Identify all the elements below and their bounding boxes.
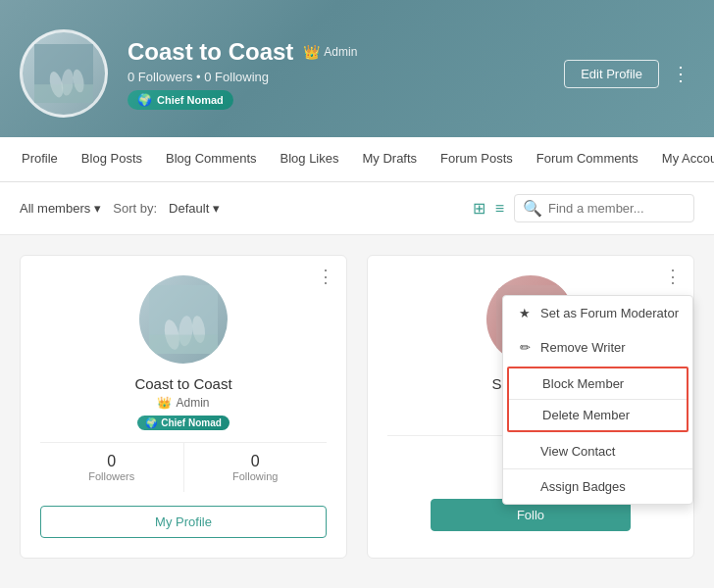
tab-profile[interactable]: Profile xyxy=(10,137,70,181)
header-profile-info: Coast to Coast 👑 Admin 0 Followers • 0 F… xyxy=(128,38,564,110)
tab-my-drafts[interactable]: My Drafts xyxy=(350,137,429,181)
member-card-coast: ⋮ Coast to Coast 👑 Admin 🌍 Chief Nomad 0… xyxy=(20,255,347,559)
sort-label: Sort by: xyxy=(113,201,157,216)
tab-forum-posts[interactable]: Forum Posts xyxy=(429,137,525,181)
tab-blog-posts[interactable]: Blog Posts xyxy=(70,137,154,181)
grid-view-button[interactable]: ⊞ xyxy=(471,197,487,220)
member-card-sarah: ⋮ Sarah Fre... ✏ Wr... 0 Followers Follo xyxy=(367,255,694,559)
header-badge: 🌍 Chief Nomad xyxy=(128,90,233,110)
header-more-button[interactable]: ⋮ xyxy=(667,58,694,89)
context-menu: ★ Set as Forum Moderator ✏ Remove Writer… xyxy=(502,295,693,505)
search-input[interactable] xyxy=(548,201,686,216)
card-menu-button-sarah[interactable]: ⋮ xyxy=(664,268,682,285)
tab-my-account[interactable]: My Account xyxy=(650,137,714,181)
context-menu-item-set-moderator[interactable]: ★ Set as Forum Moderator xyxy=(503,296,692,330)
member-action-button-coast[interactable]: My Profile xyxy=(40,506,327,538)
pencil-icon: ✏ xyxy=(517,340,533,355)
card-menu-button-coast[interactable]: ⋮ xyxy=(317,268,334,285)
search-box: 🔍 xyxy=(514,194,694,222)
chevron-down-icon: ▾ xyxy=(94,201,101,216)
chevron-down-icon: ▾ xyxy=(213,201,220,216)
header-actions: Edit Profile ⋮ xyxy=(564,58,694,89)
nav-tabs: Profile Blog Posts Blog Comments Blog Li… xyxy=(0,137,714,182)
admin-icon: 👑 xyxy=(303,44,320,60)
context-menu-item-remove-writer[interactable]: ✏ Remove Writer xyxy=(503,330,692,365)
context-menu-item-assign-badges[interactable]: Assign Badges xyxy=(503,469,692,504)
tab-blog-likes[interactable]: Blog Likes xyxy=(269,137,351,181)
list-view-button[interactable]: ≡ xyxy=(493,197,506,220)
context-menu-item-delete[interactable]: Delete Member xyxy=(509,400,687,430)
member-badge-coast: 🌍 Chief Nomad xyxy=(137,416,230,430)
tab-forum-comments[interactable]: Forum Comments xyxy=(525,137,650,181)
stat-following-coast: 0 Following xyxy=(184,443,328,492)
header-avatar xyxy=(20,29,108,118)
member-name-coast: Coast to Coast xyxy=(134,375,231,392)
header-profile-name: Coast to Coast xyxy=(128,38,293,66)
star-icon: ★ xyxy=(517,306,533,320)
edit-profile-button[interactable]: Edit Profile xyxy=(564,60,659,88)
members-grid: ⋮ Coast to Coast 👑 Admin 🌍 Chief Nomad 0… xyxy=(0,235,714,578)
filter-dropdown[interactable]: All members ▾ xyxy=(20,201,101,216)
view-toggle: ⊞ ≡ xyxy=(471,197,506,220)
stat-followers-coast: 0 Followers xyxy=(40,443,184,492)
header-followers: 0 Followers • 0 Following xyxy=(128,70,564,84)
role-icon-coast: 👑 xyxy=(157,396,172,410)
context-menu-item-view-contact[interactable]: View Contact xyxy=(503,434,692,468)
context-menu-item-block[interactable]: Block Member xyxy=(509,368,687,399)
svg-rect-4 xyxy=(34,84,93,103)
toolbar-right: ⊞ ≡ 🔍 xyxy=(471,194,694,222)
tab-blog-comments[interactable]: Blog Comments xyxy=(154,137,268,181)
members-toolbar: All members ▾ Sort by: Default ▾ ⊞ ≡ 🔍 xyxy=(0,182,714,235)
badge-icon-coast: 🌍 xyxy=(145,417,157,428)
member-avatar-coast xyxy=(139,275,228,364)
member-stats-coast: 0 Followers 0 Following xyxy=(40,442,327,492)
profile-header: Coast to Coast 👑 Admin 0 Followers • 0 F… xyxy=(0,0,714,137)
member-role-coast: 👑 Admin xyxy=(157,396,209,410)
svg-rect-9 xyxy=(149,335,218,354)
sort-dropdown[interactable]: Default ▾ xyxy=(169,201,220,216)
badge-icon: 🌍 xyxy=(137,93,152,107)
search-icon: 🔍 xyxy=(523,199,542,218)
header-admin-badge: 👑 Admin xyxy=(303,44,357,60)
